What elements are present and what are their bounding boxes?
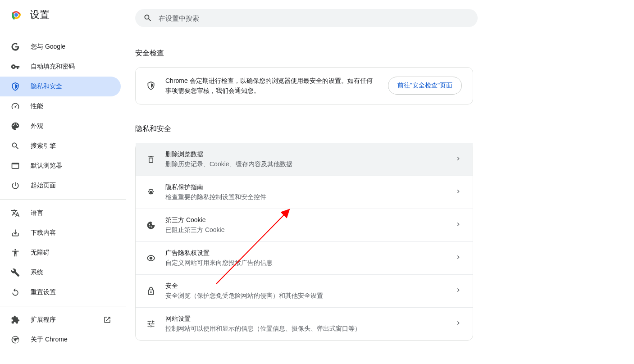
open-external-icon — [103, 315, 112, 324]
sidebar-item-downloads[interactable]: 下载内容 — [0, 223, 121, 243]
sidebar-item-languages[interactable]: 语言 — [0, 203, 121, 223]
palette-icon — [11, 122, 20, 131]
row-subtitle: 删除历史记录、Cookie、缓存内容及其他数据 — [165, 160, 445, 168]
chevron-right-icon — [455, 254, 462, 263]
sidebar-divider — [0, 199, 126, 200]
row-subtitle: 已阻止第三方 Cookie — [165, 226, 445, 234]
sidebar-item-label: 您与 Google — [31, 43, 65, 51]
row-subtitle: 检查重要的隐私控制设置和安全控件 — [165, 193, 445, 201]
sidebar-item-accessibility[interactable]: 无障碍 — [0, 243, 121, 263]
sidebar-item-label: 扩展程序 — [31, 316, 56, 324]
chevron-right-icon — [455, 287, 462, 296]
row-site-settings[interactable]: 网站设置 控制网站可以使用和显示的信息（位置信息、摄像头、弹出式窗口等） — [136, 307, 473, 340]
search-icon — [11, 141, 20, 150]
ad-privacy-icon — [146, 254, 155, 263]
power-icon — [11, 181, 20, 190]
search-bar[interactable] — [135, 9, 478, 27]
chevron-right-icon — [455, 319, 462, 328]
sidebar-item-label: 性能 — [31, 102, 43, 110]
sidebar-item-privacy[interactable]: 隐私和安全 — [0, 77, 121, 96]
go-to-safety-check-button[interactable]: 前往"安全检查"页面 — [388, 77, 462, 95]
sliders-icon — [146, 319, 155, 328]
sidebar-item-label: 无障碍 — [31, 249, 50, 257]
sidebar-item-autofill[interactable]: 自动填充和密码 — [0, 57, 121, 77]
row-third-party-cookies[interactable]: 第三方 Cookie 已阻止第三方 Cookie — [136, 209, 473, 241]
sidebar-item-label: 语言 — [31, 209, 43, 217]
translate-icon — [11, 209, 20, 218]
search-icon — [143, 14, 152, 23]
speedometer-icon — [11, 102, 20, 111]
sidebar-item-label: 下载内容 — [31, 229, 56, 237]
sidebar-item-label: 外观 — [31, 122, 43, 130]
reset-icon — [11, 288, 20, 297]
row-title: 第三方 Cookie — [165, 216, 445, 224]
shield-icon — [11, 82, 20, 91]
safety-check-title: 安全检查 — [135, 49, 473, 58]
svg-point-1 — [14, 13, 18, 17]
search-input[interactable] — [159, 14, 470, 22]
sidebar-item-label: 重置设置 — [31, 288, 56, 296]
sidebar-item-extensions[interactable]: 扩展程序 — [0, 310, 121, 330]
row-title: 广告隐私权设置 — [165, 249, 445, 257]
safety-check-description: Chrome 会定期进行检查，以确保您的浏览器使用最安全的设置。如有任何事项需要… — [165, 76, 378, 96]
sidebar-item-search-engine[interactable]: 搜索引擎 — [0, 136, 121, 156]
key-icon — [11, 62, 20, 71]
shield-verified-icon — [146, 81, 155, 90]
wrench-icon — [11, 268, 20, 277]
sidebar-item-you-and-google[interactable]: 您与 Google — [0, 37, 121, 57]
chevron-right-icon — [455, 188, 462, 197]
row-clear-browsing-data[interactable]: 删除浏览数据 删除历史记录、Cookie、缓存内容及其他数据 — [136, 143, 473, 176]
safety-check-card: Chrome 会定期进行检查，以确保您的浏览器使用最安全的设置。如有任何事项需要… — [135, 67, 473, 105]
sidebar-header: 设置 — [0, 8, 126, 31]
extension-icon — [11, 315, 20, 324]
sidebar-item-label: 隐私和安全 — [31, 82, 62, 91]
row-subtitle: 自定义网站可用来向您投放广告的信息 — [165, 259, 445, 267]
chevron-right-icon — [455, 155, 462, 164]
sidebar-item-system[interactable]: 系统 — [0, 263, 121, 282]
sidebar-item-default-browser[interactable]: 默认浏览器 — [0, 156, 121, 176]
sidebar-item-label: 关于 Chrome — [31, 336, 68, 344]
lock-icon — [146, 287, 155, 296]
sidebar-item-label: 搜索引擎 — [31, 142, 56, 150]
sidebar-item-reset[interactable]: 重置设置 — [0, 282, 121, 302]
sidebar-nav: 您与 Google 自动填充和密码 隐私和安全 性能 — [0, 31, 126, 350]
main-content: 安全检查 Chrome 会定期进行检查，以确保您的浏览器使用最安全的设置。如有任… — [126, 0, 634, 364]
sidebar-item-performance[interactable]: 性能 — [0, 96, 121, 116]
row-subtitle: 控制网站可以使用和显示的信息（位置信息、摄像头、弹出式窗口等） — [165, 325, 445, 333]
chrome-outline-icon — [11, 335, 20, 344]
privacy-section-title: 隐私和安全 — [135, 124, 473, 134]
row-title: 隐私保护指南 — [165, 183, 445, 191]
sidebar-item-about[interactable]: 关于 Chrome — [0, 330, 121, 350]
sidebar-item-startup[interactable]: 起始页面 — [0, 176, 121, 196]
svg-point-3 — [14, 339, 17, 341]
row-subtitle: 安全浏览（保护您免受危险网站的侵害）和其他安全设置 — [165, 292, 445, 300]
browser-icon — [11, 161, 20, 170]
row-privacy-guide[interactable]: 隐私保护指南 检查重要的隐私控制设置和安全控件 — [136, 176, 473, 209]
sidebar-item-label: 系统 — [31, 268, 43, 277]
cookie-icon — [146, 221, 155, 230]
sidebar-item-label: 自动填充和密码 — [31, 63, 75, 71]
privacy-settings-list: 删除浏览数据 删除历史记录、Cookie、缓存内容及其他数据 隐私保护指南 检查… — [135, 143, 473, 341]
sidebar-title: 设置 — [30, 8, 50, 22]
sidebar-divider — [0, 306, 126, 306]
row-title: 安全 — [165, 282, 445, 290]
sidebar-item-appearance[interactable]: 外观 — [0, 116, 121, 136]
trash-icon — [146, 155, 155, 164]
row-security[interactable]: 安全 安全浏览（保护您免受危险网站的侵害）和其他安全设置 — [136, 274, 473, 307]
chrome-logo-icon — [11, 9, 22, 20]
google-g-icon — [11, 42, 20, 51]
sidebar-item-label: 起始页面 — [31, 182, 56, 190]
row-ad-privacy[interactable]: 广告隐私权设置 自定义网站可用来向您投放广告的信息 — [136, 241, 473, 274]
sidebar-item-label: 默认浏览器 — [31, 162, 62, 170]
guide-icon — [146, 188, 155, 197]
download-icon — [11, 228, 20, 237]
chevron-right-icon — [455, 221, 462, 230]
row-title: 网站设置 — [165, 315, 445, 323]
row-title: 删除浏览数据 — [165, 150, 445, 159]
accessibility-icon — [11, 248, 20, 257]
sidebar: 设置 您与 Google 自动填充和密码 隐私和安全 — [0, 0, 126, 364]
